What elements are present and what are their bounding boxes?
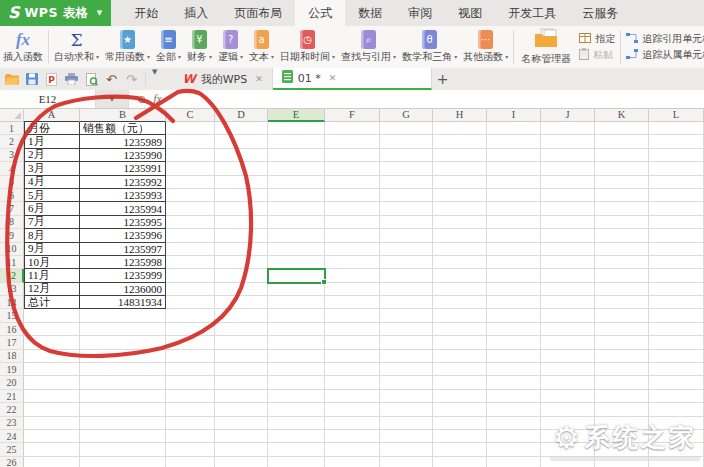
cell-I25[interactable]: [487, 443, 541, 456]
formula-input[interactable]: [170, 90, 704, 108]
cell-F19[interactable]: [325, 363, 380, 376]
cell-G24[interactable]: [380, 430, 433, 443]
cell-H10[interactable]: [433, 243, 487, 256]
cell-F14[interactable]: [325, 296, 380, 309]
row-header-14[interactable]: 14: [0, 296, 24, 309]
column-header-A[interactable]: A: [24, 108, 80, 122]
cell-K23[interactable]: [595, 417, 649, 430]
cell-J17[interactable]: [541, 336, 595, 349]
cell-J15[interactable]: [541, 309, 595, 322]
cell-I5[interactable]: [487, 176, 541, 189]
cell-D20[interactable]: [215, 376, 268, 389]
cell-D24[interactable]: [215, 430, 268, 443]
cell-B9[interactable]: 1235996: [80, 229, 166, 242]
cell-B18[interactable]: [80, 350, 166, 363]
menu-tab-插入[interactable]: 插入: [171, 0, 221, 26]
export-pdf-icon[interactable]: P: [44, 71, 59, 87]
cell-E3[interactable]: [268, 149, 325, 162]
cell-C19[interactable]: [166, 363, 215, 376]
cell-G18[interactable]: [380, 350, 433, 363]
cell-K25[interactable]: [595, 443, 649, 456]
row-header-20[interactable]: 20: [0, 376, 24, 389]
save-icon[interactable]: [24, 71, 39, 87]
cell-L7[interactable]: [649, 202, 704, 215]
row-header-5[interactable]: 5: [0, 176, 24, 189]
cell-L24[interactable]: [649, 430, 704, 443]
cell-B15[interactable]: [80, 309, 166, 322]
cell-B20[interactable]: [80, 376, 166, 389]
cell-F17[interactable]: [325, 336, 380, 349]
cell-L2[interactable]: [649, 135, 704, 148]
cell-E6[interactable]: [268, 189, 325, 202]
cell-J1[interactable]: [541, 122, 595, 135]
cell-L3[interactable]: [649, 149, 704, 162]
cell-H24[interactable]: [433, 430, 487, 443]
cell-B25[interactable]: [80, 443, 166, 456]
row-header-24[interactable]: 24: [0, 430, 24, 443]
cell-I8[interactable]: [487, 216, 541, 229]
cell-G12[interactable]: [380, 269, 433, 282]
cell-F23[interactable]: [325, 417, 380, 430]
print-preview-icon[interactable]: [84, 71, 99, 87]
cell-H3[interactable]: [433, 149, 487, 162]
open-folder-icon[interactable]: [4, 71, 19, 87]
cell-G8[interactable]: [380, 216, 433, 229]
cell-A17[interactable]: [24, 336, 80, 349]
cell-G23[interactable]: [380, 417, 433, 430]
cell-B11[interactable]: 1235998: [80, 256, 166, 269]
row-header-7[interactable]: 7: [0, 202, 24, 215]
insert-symbol-icon[interactable]: ⊕: [137, 93, 146, 106]
cell-D16[interactable]: [215, 323, 268, 336]
cell-H16[interactable]: [433, 323, 487, 336]
cell-C9[interactable]: [166, 229, 215, 242]
cell-D3[interactable]: [215, 149, 268, 162]
cell-L6[interactable]: [649, 189, 704, 202]
cell-H6[interactable]: [433, 189, 487, 202]
cell-H2[interactable]: [433, 135, 487, 148]
cell-I18[interactable]: [487, 350, 541, 363]
cell-G21[interactable]: [380, 390, 433, 403]
cell-J25[interactable]: [541, 443, 595, 456]
cell-A18[interactable]: [24, 350, 80, 363]
cell-G9[interactable]: [380, 229, 433, 242]
cell-I24[interactable]: [487, 430, 541, 443]
cell-B4[interactable]: 1235991: [80, 162, 166, 175]
cell-L4[interactable]: [649, 162, 704, 175]
cell-C8[interactable]: [166, 216, 215, 229]
row-header-8[interactable]: 8: [0, 216, 24, 229]
cell-D23[interactable]: [215, 417, 268, 430]
menu-tab-开发工具[interactable]: 开发工具: [495, 0, 569, 26]
cell-E8[interactable]: [268, 216, 325, 229]
cell-B7[interactable]: 1235994: [80, 202, 166, 215]
cell-L19[interactable]: [649, 363, 704, 376]
cell-K19[interactable]: [595, 363, 649, 376]
cell-H12[interactable]: [433, 269, 487, 282]
row-header-15[interactable]: 15: [0, 309, 24, 322]
cell-A12[interactable]: 11月: [24, 269, 80, 282]
cell-J6[interactable]: [541, 189, 595, 202]
row-header-25[interactable]: 25: [0, 443, 24, 456]
cell-K5[interactable]: [595, 176, 649, 189]
cell-I23[interactable]: [487, 417, 541, 430]
cell-G2[interactable]: [380, 135, 433, 148]
cell-C6[interactable]: [166, 189, 215, 202]
cell-B6[interactable]: 1235993: [80, 189, 166, 202]
cell-J9[interactable]: [541, 229, 595, 242]
cell-K18[interactable]: [595, 350, 649, 363]
row-header-26[interactable]: 26: [0, 457, 24, 467]
cell-A25[interactable]: [24, 443, 80, 456]
cell-D5[interactable]: [215, 176, 268, 189]
cell-H5[interactable]: [433, 176, 487, 189]
define-name-button[interactable]: 指定: [579, 32, 615, 46]
cell-D22[interactable]: [215, 403, 268, 416]
cell-F16[interactable]: [325, 323, 380, 336]
cell-B2[interactable]: 1235989: [80, 135, 166, 148]
column-header-H[interactable]: H: [433, 108, 487, 122]
cell-C4[interactable]: [166, 162, 215, 175]
row-header-22[interactable]: 22: [0, 403, 24, 416]
cell-J20[interactable]: [541, 376, 595, 389]
cell-D4[interactable]: [215, 162, 268, 175]
trace-dependents-button[interactable]: 追踪从属单元格: [626, 48, 704, 62]
cell-D6[interactable]: [215, 189, 268, 202]
cell-F2[interactable]: [325, 135, 380, 148]
